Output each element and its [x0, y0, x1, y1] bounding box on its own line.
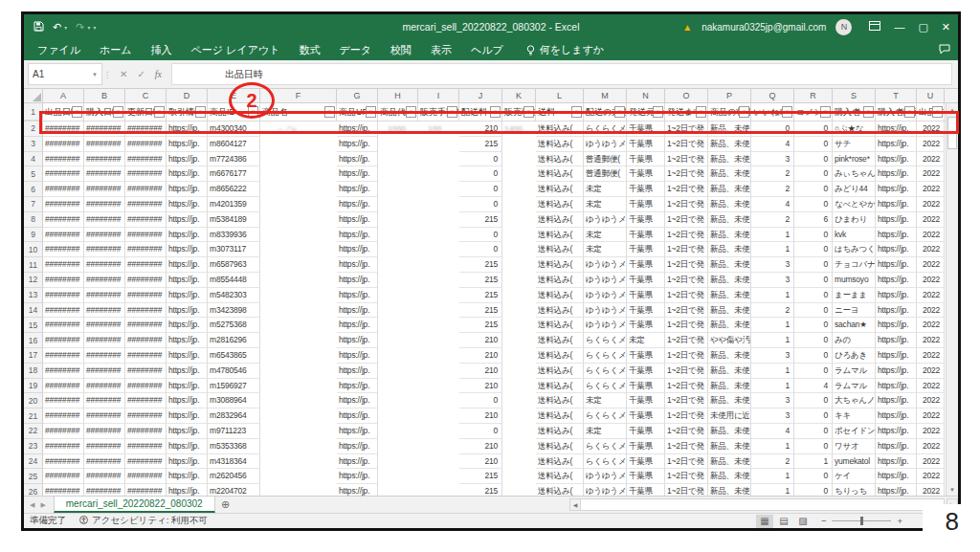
cell-e7[interactable]: m4201359 [208, 197, 260, 212]
cell-e15[interactable]: m5275368 [208, 318, 260, 333]
cell-t9[interactable]: https://jp. [876, 228, 917, 243]
cell-m12[interactable]: ゆうゆうメ [584, 273, 627, 288]
cell-o9[interactable]: 1~2日で発 [665, 228, 708, 243]
column-header-r[interactable]: R [794, 89, 833, 102]
cell-r24[interactable]: 1 [794, 454, 833, 470]
cell-a5[interactable]: ######## [43, 166, 84, 182]
cell-q11[interactable]: 3 [751, 257, 794, 273]
cell-a21[interactable]: ######## [43, 408, 84, 424]
cell-j13[interactable]: 215 [459, 288, 502, 303]
cell-l20[interactable]: 送料込み( [536, 393, 584, 408]
cell-s25[interactable]: ケイ [833, 469, 876, 484]
cell-o5[interactable]: 1~2日で発 [665, 166, 708, 182]
cell-c7[interactable]: ######## [125, 197, 167, 212]
cell-j6[interactable]: 0 [459, 182, 502, 197]
cell-m9[interactable]: 未定 [584, 228, 627, 243]
cell-a16[interactable]: ######## [43, 333, 84, 348]
cell-t22[interactable]: https://jp. [876, 424, 917, 439]
cell-j26[interactable]: 215 [459, 484, 502, 496]
cell-p9[interactable]: 新品、未使 [708, 228, 751, 243]
cell-g25[interactable]: https://jp. [337, 469, 378, 484]
cell-t5[interactable]: https://jp. [876, 166, 917, 182]
cell-l7[interactable]: 送料込み( [536, 197, 584, 212]
column-header-n[interactable]: N [627, 89, 665, 102]
cell-p22[interactable]: 新品、未使 [708, 424, 751, 439]
cell-m6[interactable]: 未定 [584, 182, 627, 197]
new-sheet-button[interactable]: ⊕ [215, 497, 236, 513]
row-header-7[interactable]: 7 [24, 197, 43, 212]
cell-q18[interactable]: 1 [751, 364, 794, 379]
scroll-down-icon[interactable]: ▼ [947, 483, 958, 496]
cell-l9[interactable]: 送料込み( [536, 228, 584, 243]
cell-e14[interactable]: m3423898 [208, 303, 260, 319]
cell-u25[interactable]: 2022 [917, 469, 945, 484]
cell-q4[interactable]: 3 [751, 152, 794, 167]
cell-r16[interactable]: 0 [794, 333, 833, 348]
cell-l19[interactable]: 送料込み( [536, 379, 584, 394]
cell-t4[interactable]: https://jp. [876, 152, 917, 167]
cell-a6[interactable]: ######## [43, 182, 84, 197]
cell-m25[interactable]: ゆうゆうメ [584, 469, 627, 484]
cell-m8[interactable]: ゆうゆうメ [584, 212, 627, 228]
cell-d7[interactable]: https://jp. [167, 197, 208, 212]
cell-a20[interactable]: ######## [43, 393, 84, 408]
cell-m16[interactable]: らくらくメ [584, 333, 627, 348]
cell-e20[interactable]: m3088964 [208, 393, 260, 408]
cell-e22[interactable]: m9711223 [208, 424, 260, 439]
cell-r6[interactable]: 0 [794, 182, 833, 197]
cell-j18[interactable]: 210 [459, 364, 502, 379]
column-header-m[interactable]: M [584, 89, 627, 102]
cell-s10[interactable]: はちみつく [833, 242, 876, 257]
ribbon-tab-4[interactable]: 数式 [289, 39, 329, 60]
cell-t21[interactable]: https://jp. [876, 408, 917, 424]
cell-d5[interactable]: https://jp. [167, 166, 208, 182]
cell-l12[interactable]: 送料込み( [536, 273, 584, 288]
cell-n15[interactable]: 千葉県 [627, 318, 665, 333]
cell-s7[interactable]: なべとやか [833, 197, 876, 212]
cell-p20[interactable]: 新品、未使 [708, 393, 751, 408]
column-header-j[interactable]: J [459, 89, 502, 102]
cell-r14[interactable]: 0 [794, 303, 833, 319]
column-header-h[interactable]: H [378, 89, 418, 102]
cell-q6[interactable]: 2 [751, 182, 794, 197]
cell-e6[interactable]: m8656222 [208, 182, 260, 197]
cell-m22[interactable]: 未定 [584, 424, 627, 439]
cell-r7[interactable]: 0 [794, 197, 833, 212]
cell-m20[interactable]: 未定 [584, 393, 627, 408]
cell-u5[interactable]: 2022 [917, 166, 945, 182]
cell-l10[interactable]: 送料込み( [536, 242, 584, 257]
cell-d12[interactable]: https://jp. [167, 273, 208, 288]
cell-r17[interactable]: 0 [794, 348, 833, 364]
cell-q21[interactable]: 3 [751, 408, 794, 424]
cell-o11[interactable]: 1~2日で発 [665, 257, 708, 273]
cell-e24[interactable]: m4318364 [208, 454, 260, 470]
column-header-b[interactable]: B [84, 89, 125, 102]
cell-s22[interactable]: ポセイドン [833, 424, 876, 439]
cell-m4[interactable]: 普通郵便( [584, 152, 627, 167]
cell-o22[interactable]: 1~2日で発 [665, 424, 708, 439]
ribbon-tab-0[interactable]: ファイル [28, 39, 90, 60]
cell-l26[interactable]: 送料込み( [536, 484, 584, 496]
cell-a13[interactable]: ######## [43, 288, 84, 303]
zoom-slider[interactable] [832, 520, 891, 521]
cell-u15[interactable]: 2022 [917, 318, 945, 333]
cell-j23[interactable]: 210 [459, 439, 502, 454]
cell-e26[interactable]: m2204702 [208, 484, 260, 496]
column-header-i[interactable]: I [418, 89, 459, 102]
cell-m10[interactable]: 未定 [584, 242, 627, 257]
cell-q12[interactable]: 3 [751, 273, 794, 288]
cell-p12[interactable]: 新品、未使 [708, 273, 751, 288]
cell-a19[interactable]: ######## [43, 379, 84, 394]
cell-c3[interactable]: ######## [125, 137, 167, 152]
cell-s11[interactable]: チョコバナ [833, 257, 876, 273]
column-header-l[interactable]: L [536, 89, 584, 102]
cell-u8[interactable]: 2022 [917, 212, 945, 228]
cell-u13[interactable]: 2022 [917, 288, 945, 303]
cell-j21[interactable]: 210 [459, 408, 502, 424]
page-break-view-button[interactable]: ▨ [794, 515, 812, 528]
cell-g7[interactable]: https://jp. [337, 197, 378, 212]
cell-u11[interactable]: 2022 [917, 257, 945, 273]
cell-a9[interactable]: ######## [43, 228, 84, 243]
cell-u10[interactable]: 2022 [917, 242, 945, 257]
cell-e21[interactable]: m2832964 [208, 408, 260, 424]
